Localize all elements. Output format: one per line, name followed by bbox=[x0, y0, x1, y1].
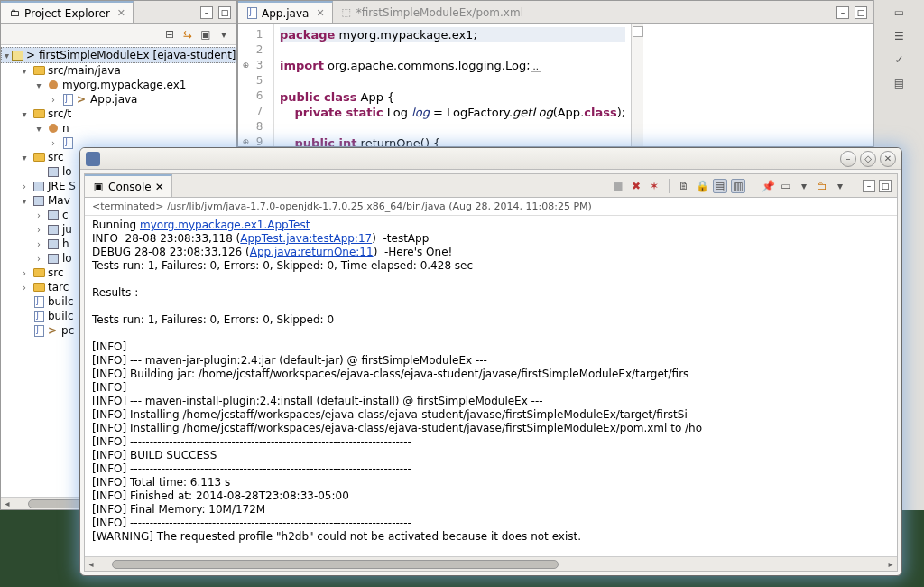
link[interactable]: myorg.mypackage.ex1.AppTest bbox=[140, 219, 310, 231]
pin-icon[interactable]: 📌 bbox=[761, 179, 775, 193]
tree-root-label: > firstSimpleModuleEx [ejava-student] bbox=[26, 49, 236, 61]
maximize-icon[interactable]: □ bbox=[218, 6, 231, 19]
clear-icon[interactable]: 🗎 bbox=[677, 179, 691, 193]
console-icon: ▣ bbox=[92, 181, 105, 193]
tree-root[interactable]: ▾ > firstSimpleModuleEx [ejava-student] bbox=[1, 47, 236, 63]
explorer-icon: 🗀 bbox=[8, 7, 21, 20]
dropdown-icon[interactable]: ▾ bbox=[797, 179, 811, 193]
maximize-icon[interactable]: □ bbox=[855, 6, 867, 19]
dropdown-icon[interactable]: ▾ bbox=[833, 179, 847, 193]
win-close-icon[interactable]: ✕ bbox=[880, 151, 896, 167]
tree-node[interactable]: ▾src/main/java bbox=[1, 63, 236, 78]
win-minimize-icon[interactable]: – bbox=[840, 151, 856, 167]
console-tab[interactable]: ▣ Console ✕ bbox=[85, 174, 172, 197]
link-editor-icon[interactable]: ⇆ bbox=[180, 27, 195, 42]
xml-icon: ⬚ bbox=[340, 6, 353, 19]
show-on-error-icon[interactable]: ▥ bbox=[731, 179, 745, 193]
minimize-icon[interactable]: – bbox=[200, 6, 213, 19]
terminate-icon[interactable]: ■ bbox=[611, 179, 625, 193]
remove-all-icon[interactable]: ✶ bbox=[647, 179, 661, 193]
win-maximize-icon[interactable]: ◇ bbox=[860, 151, 876, 167]
display-icon[interactable]: ▭ bbox=[779, 179, 793, 193]
console-toolbar: ▣ Console ✕ ■ ✖ ✶ 🗎 🔒 ▤ ▥ 📌 ▭ ▾ 🗀 ▾ bbox=[85, 174, 897, 198]
editor-tabbar: App.java ✕ ⬚ *firstSimpleModuleEx/pom.xm… bbox=[238, 1, 873, 24]
tree-node[interactable]: ▾src/t bbox=[1, 107, 236, 121]
code-lines[interactable]: package myorg.mypackage.ex1; import org.… bbox=[274, 24, 631, 146]
window-title-bar[interactable]: – ◇ ✕ bbox=[80, 148, 901, 170]
close-icon[interactable]: ✕ bbox=[316, 7, 324, 19]
explorer-tab[interactable]: 🗀 Project Explorer ✕ bbox=[1, 1, 134, 23]
tree-node[interactable]: ▾n bbox=[1, 121, 236, 135]
link[interactable]: App.java:returnOne:11 bbox=[250, 246, 374, 258]
tasks-icon[interactable]: ✓ bbox=[892, 52, 907, 67]
remove-launch-icon[interactable]: ✖ bbox=[629, 179, 643, 193]
restore-icon[interactable]: ▭ bbox=[892, 5, 907, 20]
minimize-icon[interactable]: – bbox=[863, 180, 875, 192]
console-tab-label: Console bbox=[108, 181, 152, 193]
outline-icon[interactable]: ☰ bbox=[892, 29, 907, 43]
open-console-icon[interactable]: 🗀 bbox=[815, 179, 829, 193]
editor-tab-pom[interactable]: ⬚ *firstSimpleModuleEx/pom.xml bbox=[333, 1, 531, 23]
code-area[interactable]: ⊕⊕ 1235678910 package myorg.mypackage.ex… bbox=[238, 24, 873, 146]
app-icon bbox=[86, 152, 100, 166]
menu-icon[interactable]: ▾ bbox=[217, 27, 231, 42]
editor-tab-label: *firstSimpleModuleEx/pom.xml bbox=[356, 6, 523, 19]
explorer-title: Project Explorer bbox=[24, 7, 110, 20]
gutter: ⊕⊕ 1235678910 bbox=[238, 24, 274, 146]
close-icon[interactable]: ✕ bbox=[155, 181, 164, 193]
tree-node[interactable]: ▾myorg.mypackage.ex1 bbox=[1, 78, 236, 92]
close-icon[interactable]: ✕ bbox=[117, 7, 125, 19]
console-output[interactable]: Running myorg.mypackage.ex1.AppTest INFO… bbox=[85, 216, 897, 556]
focus-icon[interactable]: ▣ bbox=[199, 27, 213, 42]
editor-tab-label: App.java bbox=[262, 7, 309, 20]
console-status: <terminated> /usr/lib/jvm/java-1.7.0-ope… bbox=[85, 198, 897, 216]
explorer-tabbar: 🗀 Project Explorer ✕ – □ bbox=[1, 1, 236, 24]
overview-ruler[interactable] bbox=[631, 24, 643, 146]
link[interactable]: AppTest.java:testApp:17 bbox=[240, 232, 372, 245]
show-on-output-icon[interactable]: ▤ bbox=[713, 179, 727, 193]
tree-node[interactable]: ›>App.java bbox=[1, 92, 236, 107]
scroll-lock-icon[interactable]: 🔒 bbox=[695, 179, 709, 193]
console-body: ▣ Console ✕ ■ ✖ ✶ 🗎 🔒 ▤ ▥ 📌 ▭ ▾ 🗀 ▾ bbox=[84, 173, 898, 572]
maximize-icon[interactable]: □ bbox=[879, 180, 892, 192]
collapse-icon[interactable]: ⊟ bbox=[162, 27, 177, 42]
view-icon[interactable]: ▤ bbox=[892, 76, 907, 90]
console-hscroll[interactable]: ◂▸ bbox=[85, 556, 897, 571]
editor-tab-app[interactable]: App.java ✕ bbox=[238, 1, 333, 23]
explorer-toolbar: ⊟ ⇆ ▣ ▾ bbox=[1, 24, 236, 45]
minimize-icon[interactable]: – bbox=[836, 6, 849, 19]
editor: App.java ✕ ⬚ *firstSimpleModuleEx/pom.xm… bbox=[237, 0, 873, 147]
console-window: – ◇ ✕ ▣ Console ✕ ■ ✖ ✶ 🗎 🔒 ▤ ▥ 📌 bbox=[79, 147, 902, 576]
